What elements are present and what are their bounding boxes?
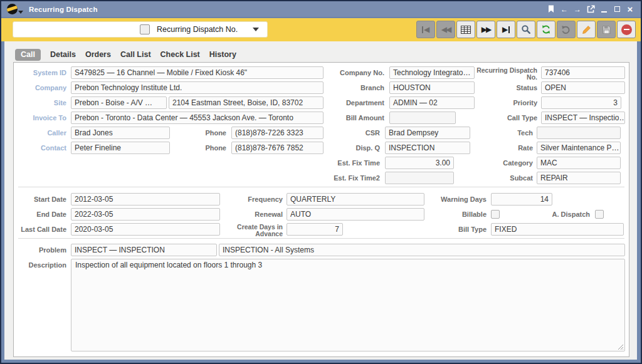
edit-button[interactable] [577,21,596,38]
site-address-field[interactable]: 2104 Eastman Street, Boise, ID, 83702 [169,96,324,109]
call-info-section: System ID S479825 — 16 Channel — Mobile … [14,63,629,184]
rate-label: Rate [470,142,533,154]
description-textarea[interactable]: Inspection of all equipment located on f… [71,259,625,351]
bill-type-label: Bill Type [424,223,487,236]
subcat-field[interactable]: REPAIR [537,172,621,184]
problem-code-field[interactable]: INSPECT — INSPECTION [71,244,217,256]
app-logo-icon [7,4,18,14]
est-fix-time-field[interactable]: 3.00 [385,157,454,169]
last-call-date-field[interactable]: 2020-03-05 [71,223,220,236]
refresh-icon [541,24,551,34]
disp-q-field[interactable]: INSPECTION [385,142,470,154]
description-label: Description [14,259,66,271]
tech-label: Tech [470,127,533,139]
tab-orders[interactable]: Orders [85,50,111,59]
company-no-field[interactable]: Technology Integrato… [389,66,475,79]
caller-field[interactable]: Brad Jones [71,127,170,139]
tab-history[interactable]: History [209,50,236,59]
end-date-field[interactable]: 2022-03-05 [71,208,220,221]
csr-label: CSR [324,127,380,139]
tech-field[interactable] [537,127,621,139]
resize-handle-icon[interactable] [617,343,624,350]
renewal-field[interactable]: AUTO [287,208,424,221]
bookmark-icon[interactable] [547,5,555,14]
recurring-dispatch-no-field[interactable]: 737406 [541,66,625,79]
renewal-label: Renewal [220,208,283,221]
tab-call-list[interactable]: Call List [120,50,151,59]
billable-checkbox[interactable] [491,210,500,219]
est-fix-time2-label: Est. Fix Time2 [324,172,380,184]
company-label: Company [14,81,66,94]
search-input[interactable] [17,23,135,36]
caller-phone-field[interactable]: (818)878-7226 3323 [231,127,324,139]
window-controls: ← → × [547,5,634,14]
department-label: Department [324,96,384,109]
company-field[interactable]: Prebon Technology Institute Ltd. [71,81,324,94]
search-button[interactable] [517,21,535,38]
open-external-icon[interactable] [586,5,595,14]
department-field[interactable]: ADMIN — 02 [389,96,475,109]
last-record-button[interactable]: ▶ [497,21,515,38]
branch-field[interactable]: HOUSTON [389,81,475,94]
floppy-disk-icon [602,25,611,34]
delete-button[interactable] [617,21,636,38]
app-menu-button[interactable] [7,4,23,14]
undo-button[interactable] [557,21,576,38]
last-record-icon: ▶ [502,26,510,33]
priority-field[interactable]: 3 [541,96,621,109]
problem-label: Problem [14,244,66,256]
category-field[interactable]: MAC [537,157,621,169]
site-field[interactable]: Prebon - Boise - A/V … [71,96,167,109]
end-date-label: End Date [14,208,66,221]
start-date-label: Start Date [14,193,66,205]
subcat-label: Subcat [454,172,533,184]
previous-record-button[interactable]: ◀◀ [436,21,455,38]
previous-record-icon: ◀◀ [441,26,450,33]
tab-bar: Call Details Orders Call List Check List… [4,41,637,61]
toolbar-button-group: ◀ ◀◀ ▶▶ ▶ [416,21,636,38]
recurring-dispatch-no-label: Recurring Dispatch No. [475,66,537,80]
maximize-icon[interactable] [613,5,621,14]
bill-amount-field[interactable] [389,112,456,124]
navigate-back-icon[interactable]: ← [560,5,569,14]
chevron-down-icon[interactable] [253,28,259,31]
next-record-icon: ▶▶ [482,26,490,33]
search-field-selector-label: Recurring Dispatch No. [157,25,238,34]
problem-description-field[interactable]: INSPECTION - All Systems [219,244,625,256]
status-label: Status [475,81,537,94]
warning-days-field[interactable]: 14 [491,193,552,205]
close-icon[interactable]: × [626,5,634,14]
est-fix-time2-field[interactable] [385,172,454,184]
navigate-forward-icon[interactable]: → [573,5,582,14]
invoice-to-field[interactable]: Prebon - Toronto - Data Center — 45553 J… [71,112,324,124]
recurring-dispatch-window: Recurring Dispatch ← → × Recurring [0,0,642,364]
record-search-combo[interactable]: Recurring Dispatch No. [13,21,268,38]
create-days-in-advance-field[interactable]: 7 [287,223,343,236]
bill-type-field[interactable]: FIXED [491,223,624,236]
undo-icon [561,24,571,34]
call-type-field[interactable]: INSPECT — Inspectio… [541,112,625,124]
tab-call[interactable]: Call [15,49,41,61]
create-days-in-advance-label: Create Days in Advance [220,223,283,237]
priority-label: Priority [475,96,537,109]
frequency-field[interactable]: QUARTERLY [287,193,424,205]
start-date-field[interactable]: 2012-03-05 [71,193,220,205]
contact-phone-field[interactable]: (818)878-7676 7852 [231,142,324,154]
system-id-field[interactable]: S479825 — 16 Channel — Mobile / Fixed Ki… [71,66,324,79]
status-field[interactable]: OPEN [541,81,625,94]
rate-field[interactable]: Silver Maintenance P… [537,142,621,154]
refresh-button[interactable] [537,21,555,38]
billable-label: Billable [424,208,487,221]
next-record-button[interactable]: ▶▶ [476,21,495,38]
record-list-button[interactable] [456,21,475,38]
tab-check-list[interactable]: Check List [160,50,200,59]
save-button[interactable] [597,21,616,38]
search-option-checkbox[interactable] [140,24,150,34]
a-dispatch-checkbox[interactable] [595,210,604,219]
est-fix-time-label: Est. Fix Time [324,157,380,169]
contact-field[interactable]: Peter Fineline [71,142,170,154]
tab-details[interactable]: Details [50,50,76,59]
first-record-button[interactable]: ◀ [416,21,435,38]
minimize-icon[interactable] [599,5,608,14]
csr-field[interactable]: Brad Dempsey [385,127,470,139]
